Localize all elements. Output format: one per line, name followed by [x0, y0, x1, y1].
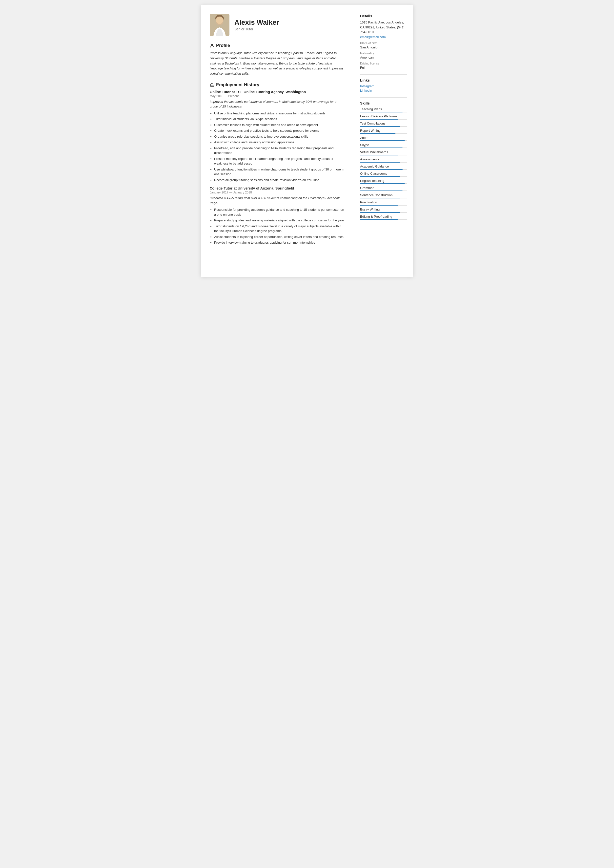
- skill-bar-background: [360, 126, 407, 127]
- job-1-period: May 2018 — Present: [210, 95, 345, 98]
- driving-license-label: Driving license: [360, 62, 407, 65]
- skill-item: Skype: [360, 143, 407, 148]
- skill-name: Online Classrooms: [360, 172, 407, 175]
- skill-name: Grammar: [360, 186, 407, 190]
- driving-license-value: Full: [360, 66, 407, 70]
- list-item: Tutor students on 1st,2nd and 3rd-year l…: [214, 224, 345, 233]
- list-item: Tutor individual students via Skype sess…: [214, 116, 345, 121]
- skill-item: Academic Guidance: [360, 165, 407, 170]
- skill-name: Punctuation: [360, 200, 407, 204]
- skill-item: Sentence Construction: [360, 193, 407, 199]
- skills-section: Skills Teaching PlansLesson Delivery Pla…: [360, 101, 407, 220]
- skill-bar-fill: [360, 126, 400, 127]
- skill-bar-fill: [360, 176, 400, 177]
- header-info: Alexis Walker Senior Tutor: [234, 19, 279, 31]
- nationality-value: American: [360, 56, 407, 59]
- skill-bar-background: [360, 162, 407, 163]
- skill-bar-fill: [360, 183, 405, 184]
- employment-icon: [210, 82, 215, 87]
- skill-name: Zoom: [360, 136, 407, 140]
- skill-name: Report Writing: [360, 129, 407, 132]
- skill-bar-fill: [360, 140, 405, 141]
- employment-section-title: Employment History: [210, 82, 345, 87]
- list-item: Prepare study guides and learning materi…: [214, 218, 345, 223]
- job-2-title: College Tutor at University of Arizona, …: [210, 186, 345, 190]
- links-title: Links: [360, 78, 407, 82]
- skill-item: Online Classrooms: [360, 172, 407, 177]
- place-of-birth-value: San Antonio: [360, 45, 407, 49]
- instagram-link[interactable]: Instagram: [360, 84, 407, 88]
- skill-bar-fill: [360, 119, 398, 120]
- skill-item: Editing & Proofreading: [360, 215, 407, 220]
- list-item: Create mock exams and practice tests to …: [214, 128, 345, 133]
- profile-icon: [210, 43, 215, 48]
- list-item: Use whiteboard functionalities in online…: [214, 167, 345, 177]
- skill-name: Virtual Whiteboards: [360, 150, 407, 154]
- skill-bar-background: [360, 119, 407, 120]
- list-item: Responsible for providing academic guida…: [214, 207, 345, 217]
- header: Alexis Walker Senior Tutor: [210, 14, 345, 36]
- job-2-bullets: Responsible for providing academic guida…: [210, 207, 345, 245]
- nationality-label: Nationality: [360, 52, 407, 55]
- skill-name: Assessments: [360, 157, 407, 161]
- email-link[interactable]: email@email.com: [360, 35, 386, 39]
- details-title: Details: [360, 14, 407, 18]
- skill-bar-background: [360, 183, 407, 184]
- skill-item: Lesson Delivery Platforms: [360, 114, 407, 120]
- skill-name: English Teaching: [360, 179, 407, 183]
- skill-bar-background: [360, 155, 407, 155]
- skill-item: Virtual Whiteboards: [360, 150, 407, 155]
- employment-section: Employment History Online Tutor at TSL O…: [210, 82, 345, 245]
- skills-list: Teaching PlansLesson Delivery PlatformsT…: [360, 107, 407, 220]
- skill-name: Sentence Construction: [360, 193, 407, 197]
- skill-item: Teaching Plans: [360, 107, 407, 112]
- skill-item: Report Writing: [360, 129, 407, 134]
- list-item: Organize group role-play sessions to imp…: [214, 134, 345, 139]
- job-1: Online Tutor at TSL Online Tutoring Agen…: [210, 90, 345, 183]
- skill-item: Grammar: [360, 186, 407, 191]
- linkedin-link[interactable]: Linkedin: [360, 89, 407, 92]
- skill-item: Essay Writing: [360, 208, 407, 213]
- skill-bar-fill: [360, 212, 400, 213]
- resume-container: Alexis Walker Senior Tutor Profile Profe…: [201, 5, 413, 277]
- list-item: Assist with college and university admis…: [214, 140, 345, 145]
- profile-text: Professional Language Tutor with experie…: [210, 51, 345, 76]
- skill-bar-background: [360, 169, 407, 170]
- skill-bar-background: [360, 112, 407, 112]
- list-item: Customize lessons to align with student …: [214, 123, 345, 127]
- skill-name: Lesson Delivery Platforms: [360, 114, 407, 118]
- profile-section-title: Profile: [210, 43, 345, 48]
- place-of-birth-label: Place of birth: [360, 42, 407, 45]
- skill-bar-fill: [360, 205, 398, 206]
- skill-item: Punctuation: [360, 200, 407, 206]
- candidate-title: Senior Tutor: [234, 27, 279, 31]
- skill-item: Test Compilations: [360, 121, 407, 127]
- skill-bar-background: [360, 140, 407, 141]
- list-item: Present monthly reports to all learners …: [214, 157, 345, 166]
- svg-point-4: [216, 17, 223, 24]
- job-1-title: Online Tutor at TSL Online Tutoring Agen…: [210, 90, 345, 94]
- skill-name: Test Compilations: [360, 121, 407, 125]
- details-section: Details 1515 Pacific Ave, Los Angeles, C…: [360, 14, 407, 70]
- sidebar-column: Details 1515 Pacific Ave, Los Angeles, C…: [354, 5, 413, 277]
- job-2: College Tutor at University of Arizona, …: [210, 186, 345, 245]
- skill-bar-fill: [360, 162, 400, 163]
- divider-2: [360, 97, 407, 98]
- links-section: Links Instagram Linkedin: [360, 78, 407, 92]
- skill-bar-background: [360, 205, 407, 206]
- list-item: Assist students in exploring career oppo…: [214, 234, 345, 239]
- job-1-summary: Improved the academic performance of lea…: [210, 99, 345, 109]
- skill-name: Essay Writing: [360, 208, 407, 211]
- skill-bar-fill: [360, 198, 400, 199]
- list-item: Proofread, edit and provide coaching to …: [214, 146, 345, 155]
- job-2-period: January 2017 — January 2018: [210, 191, 345, 194]
- skill-bar-background: [360, 191, 407, 191]
- skill-name: Skype: [360, 143, 407, 147]
- skill-item: Assessments: [360, 157, 407, 163]
- skill-bar-fill: [360, 148, 403, 148]
- candidate-name: Alexis Walker: [234, 19, 279, 26]
- list-item: Record all group tutoring sessions and c…: [214, 178, 345, 183]
- skill-bar-fill: [360, 133, 395, 134]
- skill-bar-background: [360, 133, 407, 134]
- skill-name: Academic Guidance: [360, 165, 407, 168]
